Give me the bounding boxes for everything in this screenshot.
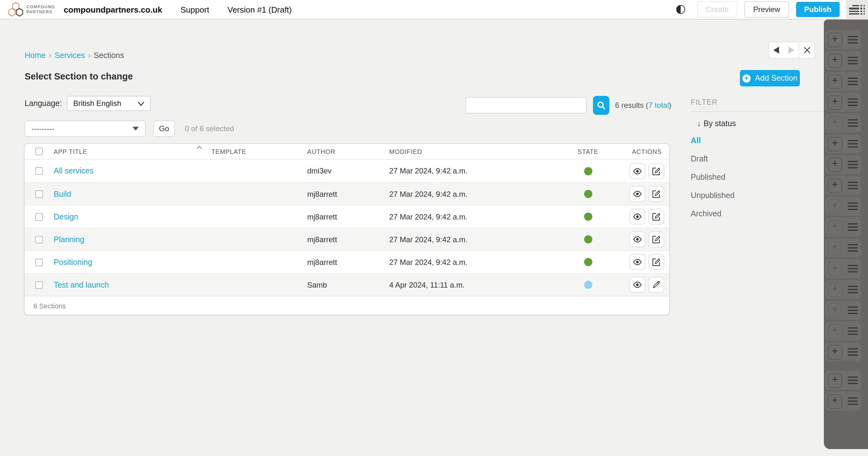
search-input[interactable] (466, 97, 587, 113)
edit-row-button[interactable] (649, 277, 664, 293)
section-title-link[interactable]: Test and launch (54, 280, 109, 289)
breadcrumb-separator: › (49, 51, 52, 60)
add-plugin-icon[interactable]: + (828, 394, 842, 409)
preview-row-button[interactable] (629, 209, 645, 225)
plugin-menu-icon[interactable] (848, 161, 858, 168)
add-plugin-icon[interactable]: + (828, 157, 842, 172)
breadcrumb-home-link[interactable]: Home (25, 51, 46, 60)
breadcrumb-services-link[interactable]: Services (55, 51, 85, 60)
edit-row-button[interactable] (649, 163, 664, 179)
add-plugin-icon[interactable]: + (828, 199, 842, 214)
edit-row-button[interactable] (649, 254, 664, 270)
close-modal-button[interactable] (800, 42, 814, 58)
support-link[interactable]: Support (180, 5, 209, 14)
structure-placeholder-row: + (825, 176, 861, 195)
row-checkbox[interactable] (35, 213, 43, 221)
filter-option[interactable]: Archived (691, 209, 823, 218)
state-dot (584, 258, 592, 266)
screen: COMPOUND PARTNERS compoundpartners.co.uk… (0, 0, 868, 456)
go-button[interactable]: Go (153, 121, 175, 137)
plugin-menu-icon[interactable] (848, 348, 858, 356)
edit-row-button[interactable] (649, 231, 664, 247)
section-title-link[interactable]: All services (54, 166, 93, 175)
company-logo[interactable]: COMPOUND PARTNERS (7, 1, 55, 18)
add-plugin-icon[interactable]: + (828, 116, 842, 130)
contrast-mode-icon[interactable] (676, 5, 685, 14)
col-state[interactable]: STATE (560, 148, 616, 155)
plugin-menu-icon[interactable] (848, 286, 858, 293)
preview-button[interactable]: Preview (744, 1, 789, 18)
add-plugin-icon[interactable]: + (828, 324, 842, 338)
add-plugin-icon[interactable]: + (828, 345, 842, 359)
plugin-menu-icon[interactable] (848, 327, 858, 335)
add-section-button[interactable]: + Add Section (740, 70, 800, 87)
add-plugin-icon[interactable]: + (828, 373, 842, 388)
preview-row-button[interactable] (629, 277, 645, 293)
col-template[interactable]: TEMPLATE (211, 148, 307, 155)
add-plugin-icon[interactable]: + (828, 95, 842, 109)
add-plugin-icon[interactable]: + (828, 32, 842, 47)
plugin-menu-icon[interactable] (848, 265, 858, 272)
section-title-link[interactable]: Design (54, 212, 78, 221)
row-checkbox[interactable] (35, 258, 43, 266)
preview-row-button[interactable] (629, 186, 645, 202)
section-title-link[interactable]: Planning (54, 235, 84, 244)
nav-forward-button[interactable] (784, 42, 799, 58)
language-select[interactable]: British English (67, 96, 151, 111)
add-plugin-icon[interactable]: + (828, 178, 842, 193)
structure-mode-toggle-icon[interactable] (849, 5, 865, 14)
add-plugin-icon[interactable]: + (828, 282, 842, 297)
publish-button[interactable]: Publish (796, 2, 840, 17)
filter-option[interactable]: Unpublished (691, 191, 823, 200)
row-checkbox[interactable] (35, 190, 43, 198)
row-checkbox[interactable] (35, 167, 43, 175)
plugin-menu-icon[interactable] (848, 223, 858, 231)
add-plugin-icon[interactable]: + (828, 53, 842, 68)
preview-row-button[interactable] (629, 254, 645, 270)
filter-option[interactable]: Draft (691, 155, 823, 163)
row-checkbox[interactable] (35, 281, 43, 289)
site-name-link[interactable]: compoundpartners.co.uk (64, 5, 162, 14)
edit-row-button[interactable] (649, 209, 664, 225)
sort-ascending-icon[interactable] (196, 145, 203, 149)
plugin-menu-icon[interactable] (848, 202, 858, 210)
col-app-title[interactable]: APP TITLE (54, 148, 211, 155)
filter-by-status[interactable]: ↓By status (691, 119, 823, 128)
plugin-menu-icon[interactable] (848, 77, 858, 85)
plugin-menu-icon[interactable] (848, 182, 858, 189)
col-modified[interactable]: MODIFIED (389, 148, 560, 155)
filter-option[interactable]: All (691, 136, 823, 145)
nav-back-button[interactable] (769, 42, 784, 58)
add-plugin-icon[interactable]: + (828, 240, 842, 255)
modal-nav-controls (769, 42, 814, 58)
plugin-menu-icon[interactable] (848, 377, 858, 384)
plugin-menu-icon[interactable] (848, 57, 858, 64)
edit-row-button[interactable] (649, 186, 664, 202)
add-plugin-icon[interactable]: + (828, 261, 842, 276)
add-plugin-icon[interactable]: + (828, 220, 842, 234)
plugin-menu-icon[interactable] (848, 36, 858, 43)
create-button[interactable]: Create (697, 1, 737, 18)
add-plugin-icon[interactable]: + (828, 303, 842, 318)
preview-row-button[interactable] (629, 231, 645, 247)
select-all-checkbox[interactable] (35, 148, 43, 155)
table-row: All services dmi3ev 27 Mar 2024, 9:42 a.… (25, 160, 669, 182)
search-button[interactable] (593, 96, 609, 115)
plugin-menu-icon[interactable] (848, 306, 858, 314)
plugin-menu-icon[interactable] (848, 244, 858, 252)
section-title-link[interactable]: Positioning (54, 258, 92, 266)
total-results-link[interactable]: 7 total (648, 101, 669, 110)
add-plugin-icon[interactable]: + (828, 74, 842, 89)
plugin-menu-icon[interactable] (848, 98, 858, 106)
section-title-link[interactable]: Build (54, 190, 71, 198)
row-checkbox[interactable] (35, 235, 43, 243)
col-author[interactable]: AUTHOR (307, 148, 389, 155)
version-menu[interactable]: Version #1 (Draft) (227, 5, 292, 14)
plugin-menu-icon[interactable] (848, 397, 858, 405)
add-plugin-icon[interactable]: + (828, 136, 842, 151)
plugin-menu-icon[interactable] (848, 140, 858, 148)
filter-option[interactable]: Published (691, 173, 823, 182)
plugin-menu-icon[interactable] (848, 119, 858, 127)
action-select[interactable]: --------- (25, 121, 146, 137)
preview-row-button[interactable] (629, 163, 645, 179)
